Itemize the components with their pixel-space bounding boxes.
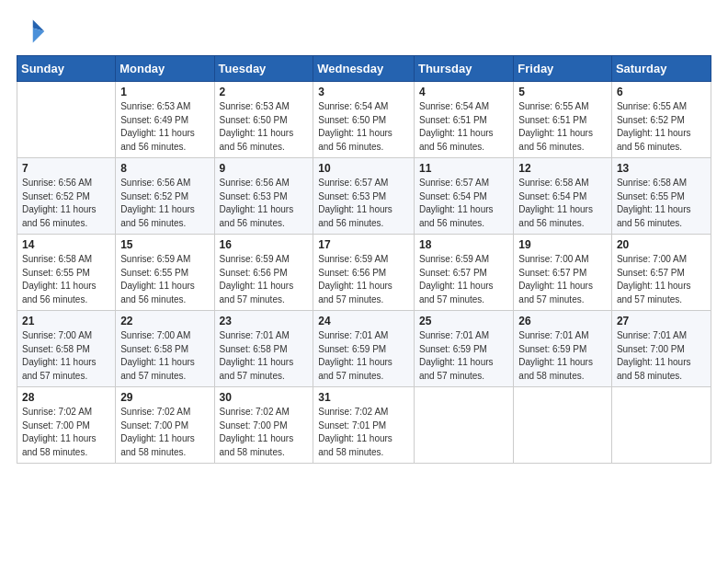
calendar-body: 1Sunrise: 6:53 AM Sunset: 6:49 PM Daylig… — [17, 82, 711, 464]
calendar-cell: 29Sunrise: 7:02 AM Sunset: 7:00 PM Dayli… — [116, 387, 214, 464]
calendar-cell: 12Sunrise: 6:58 AM Sunset: 6:54 PM Dayli… — [514, 158, 612, 235]
logo — [17, 17, 48, 46]
col-tuesday: Tuesday — [214, 56, 313, 82]
calendar-cell: 10Sunrise: 6:57 AM Sunset: 6:53 PM Dayli… — [313, 158, 415, 235]
day-number: 14 — [22, 238, 110, 251]
day-number: 30 — [220, 391, 309, 404]
calendar-cell: 26Sunrise: 7:01 AM Sunset: 6:59 PM Dayli… — [514, 311, 612, 387]
day-info: Sunrise: 7:01 AM Sunset: 6:59 PM Dayligh… — [318, 329, 409, 383]
day-info: Sunrise: 6:58 AM Sunset: 6:55 PM Dayligh… — [22, 253, 110, 306]
day-info: Sunrise: 7:01 AM Sunset: 6:59 PM Dayligh… — [419, 329, 508, 383]
calendar-cell: 24Sunrise: 7:01 AM Sunset: 6:59 PM Dayli… — [313, 311, 415, 387]
day-number: 10 — [318, 162, 409, 175]
day-info: Sunrise: 7:00 AM Sunset: 6:57 PM Dayligh… — [617, 253, 706, 306]
day-info: Sunrise: 6:54 AM Sunset: 6:50 PM Dayligh… — [318, 100, 409, 154]
calendar-week-5: 28Sunrise: 7:02 AM Sunset: 7:00 PM Dayli… — [17, 387, 711, 464]
day-number: 17 — [318, 238, 409, 251]
calendar-week-1: 1Sunrise: 6:53 AM Sunset: 6:49 PM Daylig… — [17, 82, 711, 158]
col-friday: Friday — [514, 56, 612, 82]
day-number: 15 — [120, 238, 209, 251]
day-info: Sunrise: 6:53 AM Sunset: 6:50 PM Dayligh… — [220, 100, 309, 154]
calendar-cell: 5Sunrise: 6:55 AM Sunset: 6:51 PM Daylig… — [514, 82, 612, 158]
day-number: 24 — [318, 315, 409, 327]
calendar-cell: 23Sunrise: 7:01 AM Sunset: 6:58 PM Dayli… — [214, 311, 313, 387]
calendar-cell: 3Sunrise: 6:54 AM Sunset: 6:50 PM Daylig… — [313, 82, 415, 158]
col-thursday: Thursday — [414, 56, 513, 82]
day-info: Sunrise: 7:01 AM Sunset: 6:58 PM Dayligh… — [220, 329, 309, 383]
day-number: 8 — [120, 162, 209, 175]
calendar-cell: 13Sunrise: 6:58 AM Sunset: 6:55 PM Dayli… — [611, 158, 711, 235]
day-info: Sunrise: 7:00 AM Sunset: 6:58 PM Dayligh… — [22, 329, 110, 383]
day-number: 26 — [518, 315, 607, 327]
calendar-cell — [17, 82, 116, 158]
logo-icon — [17, 17, 46, 46]
day-number: 31 — [318, 391, 409, 404]
header — [17, 17, 711, 46]
calendar-cell: 2Sunrise: 6:53 AM Sunset: 6:50 PM Daylig… — [214, 82, 313, 158]
day-number: 11 — [419, 162, 508, 175]
calendar-cell: 21Sunrise: 7:00 AM Sunset: 6:58 PM Dayli… — [17, 311, 116, 387]
day-info: Sunrise: 7:02 AM Sunset: 7:00 PM Dayligh… — [220, 406, 309, 459]
day-info: Sunrise: 7:02 AM Sunset: 7:01 PM Dayligh… — [318, 406, 409, 459]
day-info: Sunrise: 6:56 AM Sunset: 6:52 PM Dayligh… — [22, 177, 110, 230]
calendar-cell: 11Sunrise: 6:57 AM Sunset: 6:54 PM Dayli… — [414, 158, 513, 235]
calendar-cell: 30Sunrise: 7:02 AM Sunset: 7:00 PM Dayli… — [214, 387, 313, 464]
day-number: 13 — [617, 162, 706, 175]
calendar-cell: 16Sunrise: 6:59 AM Sunset: 6:56 PM Dayli… — [214, 235, 313, 311]
calendar-cell — [611, 387, 711, 464]
col-wednesday: Wednesday — [313, 56, 415, 82]
day-number: 18 — [419, 238, 508, 251]
day-info: Sunrise: 6:59 AM Sunset: 6:56 PM Dayligh… — [318, 253, 409, 306]
day-number: 6 — [617, 86, 706, 98]
col-monday: Monday — [116, 56, 214, 82]
day-number: 2 — [220, 86, 309, 98]
calendar-cell: 9Sunrise: 6:56 AM Sunset: 6:53 PM Daylig… — [214, 158, 313, 235]
calendar-cell: 27Sunrise: 7:01 AM Sunset: 7:00 PM Dayli… — [611, 311, 711, 387]
day-number: 21 — [22, 315, 110, 327]
day-number: 19 — [518, 238, 607, 251]
calendar-cell: 25Sunrise: 7:01 AM Sunset: 6:59 PM Dayli… — [414, 311, 513, 387]
day-number: 29 — [120, 391, 209, 404]
calendar-week-4: 21Sunrise: 7:00 AM Sunset: 6:58 PM Dayli… — [17, 311, 711, 387]
day-info: Sunrise: 6:57 AM Sunset: 6:53 PM Dayligh… — [318, 177, 409, 230]
day-info: Sunrise: 6:54 AM Sunset: 6:51 PM Dayligh… — [419, 100, 508, 154]
page: Sunday Monday Tuesday Wednesday Thursday… — [0, 0, 728, 563]
calendar-cell: 14Sunrise: 6:58 AM Sunset: 6:55 PM Dayli… — [17, 235, 116, 311]
day-info: Sunrise: 6:58 AM Sunset: 6:54 PM Dayligh… — [518, 177, 607, 230]
day-number: 1 — [120, 86, 209, 98]
calendar-cell: 1Sunrise: 6:53 AM Sunset: 6:49 PM Daylig… — [116, 82, 214, 158]
calendar-cell: 28Sunrise: 7:02 AM Sunset: 7:00 PM Dayli… — [17, 387, 116, 464]
calendar-cell: 18Sunrise: 6:59 AM Sunset: 6:57 PM Dayli… — [414, 235, 513, 311]
day-number: 28 — [22, 391, 110, 404]
calendar-cell: 4Sunrise: 6:54 AM Sunset: 6:51 PM Daylig… — [414, 82, 513, 158]
day-number: 25 — [419, 315, 508, 327]
day-number: 27 — [617, 315, 706, 327]
day-number: 12 — [518, 162, 607, 175]
calendar-cell: 6Sunrise: 6:55 AM Sunset: 6:52 PM Daylig… — [611, 82, 711, 158]
calendar-cell: 20Sunrise: 7:00 AM Sunset: 6:57 PM Dayli… — [611, 235, 711, 311]
calendar-cell: 31Sunrise: 7:02 AM Sunset: 7:01 PM Dayli… — [313, 387, 415, 464]
day-number: 23 — [220, 315, 309, 327]
calendar-cell: 8Sunrise: 6:56 AM Sunset: 6:52 PM Daylig… — [116, 158, 214, 235]
day-info: Sunrise: 6:56 AM Sunset: 6:53 PM Dayligh… — [220, 177, 309, 230]
calendar-table: Sunday Monday Tuesday Wednesday Thursday… — [17, 55, 711, 464]
day-info: Sunrise: 7:01 AM Sunset: 6:59 PM Dayligh… — [518, 329, 607, 383]
day-number: 5 — [518, 86, 607, 98]
col-sunday: Sunday — [17, 56, 116, 82]
day-number: 22 — [120, 315, 209, 327]
calendar-cell: 17Sunrise: 6:59 AM Sunset: 6:56 PM Dayli… — [313, 235, 415, 311]
calendar-week-3: 14Sunrise: 6:58 AM Sunset: 6:55 PM Dayli… — [17, 235, 711, 311]
calendar-cell: 15Sunrise: 6:59 AM Sunset: 6:55 PM Dayli… — [116, 235, 214, 311]
day-info: Sunrise: 7:00 AM Sunset: 6:58 PM Dayligh… — [120, 329, 209, 383]
day-info: Sunrise: 6:57 AM Sunset: 6:54 PM Dayligh… — [419, 177, 508, 230]
day-number: 7 — [22, 162, 110, 175]
day-info: Sunrise: 6:59 AM Sunset: 6:56 PM Dayligh… — [220, 253, 309, 306]
day-info: Sunrise: 7:00 AM Sunset: 6:57 PM Dayligh… — [518, 253, 607, 306]
day-number: 4 — [419, 86, 508, 98]
calendar-cell — [414, 387, 513, 464]
calendar-cell: 7Sunrise: 6:56 AM Sunset: 6:52 PM Daylig… — [17, 158, 116, 235]
day-info: Sunrise: 6:55 AM Sunset: 6:51 PM Dayligh… — [518, 100, 607, 154]
calendar-cell: 22Sunrise: 7:00 AM Sunset: 6:58 PM Dayli… — [116, 311, 214, 387]
day-number: 3 — [318, 86, 409, 98]
day-number: 9 — [220, 162, 309, 175]
